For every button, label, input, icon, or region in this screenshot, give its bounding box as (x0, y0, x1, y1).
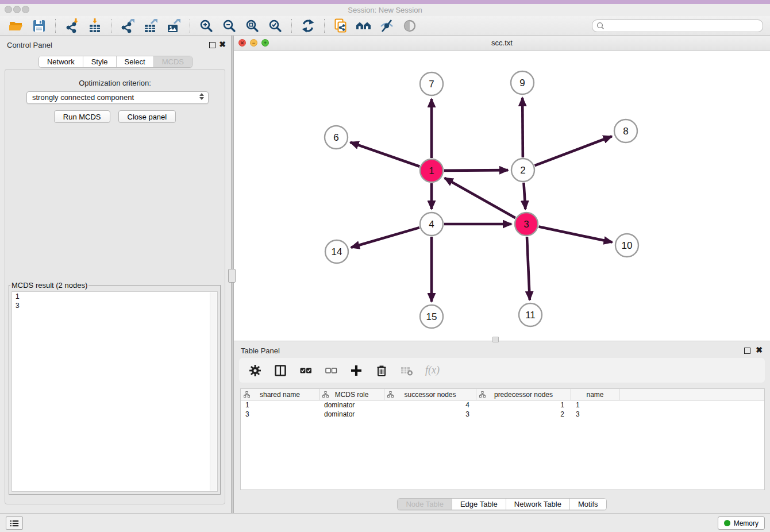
float-panel-icon[interactable] (209, 42, 215, 48)
zoom-selected-icon (268, 18, 283, 33)
node-15[interactable]: 15 (420, 305, 443, 328)
node-label: 2 (520, 165, 525, 176)
table-settings-button[interactable] (248, 364, 262, 377)
refresh-icon (301, 18, 315, 33)
edge-2-8[interactable] (535, 136, 612, 165)
application-window: Session: New Session (0, 0, 770, 532)
optimization-criterion-label: Optimization criterion: (5, 79, 225, 87)
node-1[interactable]: 1 (420, 159, 443, 182)
search-input[interactable] (592, 20, 763, 32)
zoom-out-button[interactable] (221, 18, 237, 34)
delete-column-button[interactable] (375, 364, 388, 377)
node-10[interactable]: 10 (615, 234, 638, 257)
node-label: 4 (429, 219, 434, 230)
node-14[interactable]: 14 (325, 240, 348, 263)
toolbar-separator (190, 19, 190, 33)
zoom-in-button[interactable] (198, 18, 214, 34)
memory-label: Memory (734, 519, 759, 527)
network-window-title: scc.txt (234, 36, 770, 50)
node-label: 9 (519, 78, 525, 88)
edge-3-10[interactable] (539, 227, 613, 242)
close-panel-icon[interactable]: ✖ (219, 40, 226, 48)
table-panel-title: Table Panel (241, 346, 280, 355)
tab-select[interactable]: Select (116, 56, 153, 67)
network-overview-button[interactable] (356, 18, 372, 34)
tab-edge-table[interactable]: Edge Table (452, 499, 506, 510)
column-header-shared-name[interactable]: shared name (241, 389, 319, 400)
edge-2-3[interactable] (523, 183, 525, 209)
node-4[interactable]: 4 (420, 213, 443, 236)
apply-function-button[interactable]: f(x) (425, 364, 440, 377)
table-header-row: shared nameMCDS rolesuccessor nodesprede… (241, 389, 764, 400)
column-header-MCDS-role[interactable]: MCDS role (319, 389, 384, 400)
clone-network-button[interactable] (333, 18, 349, 34)
node-label: 6 (333, 132, 338, 143)
tab-network[interactable]: Network (39, 56, 83, 67)
mcds-result-list[interactable]: 13 (11, 291, 218, 492)
close-panel-button[interactable]: Close panel (118, 110, 176, 123)
select-arrows-icon (199, 93, 204, 100)
memory-status-icon (724, 520, 730, 526)
zoom-selected-button[interactable] (267, 18, 283, 34)
main-toolbar (0, 16, 770, 36)
node-8[interactable]: 8 (614, 119, 637, 142)
criterion-select[interactable]: strongly connected component (26, 91, 209, 104)
import-network-button[interactable] (64, 18, 80, 34)
table-cell: 2 (476, 410, 571, 418)
edge-1-6[interactable] (351, 142, 420, 167)
tab-style[interactable]: Style (83, 56, 116, 67)
show-hidden-button[interactable] (402, 18, 418, 34)
node-9[interactable]: 9 (511, 71, 534, 94)
task-history-button[interactable] (6, 516, 23, 530)
node-2[interactable]: 2 (511, 159, 534, 182)
zoom-fit-button[interactable] (244, 18, 260, 34)
run-mcds-button[interactable]: Run MCDS (54, 110, 110, 123)
edge-4-14[interactable] (351, 228, 419, 248)
table-panel: Table Panel ✖ (234, 341, 770, 513)
close-table-panel-icon[interactable]: ✖ (756, 346, 763, 354)
float-table-panel-icon[interactable] (744, 348, 750, 354)
column-header-name[interactable]: name (571, 389, 619, 400)
column-header-successor-nodes[interactable]: successor nodes (384, 389, 476, 400)
toolbar-separator (111, 19, 111, 33)
table-row[interactable]: 3dominator323 (241, 410, 764, 419)
table-row[interactable]: 1dominator411 (241, 400, 764, 410)
zoom-out-icon (222, 18, 237, 33)
add-column-button[interactable] (349, 364, 363, 377)
export-network-button[interactable] (120, 18, 136, 34)
tab-motifs[interactable]: Motifs (569, 499, 606, 510)
tab-network-table[interactable]: Network Table (506, 499, 569, 510)
export-table-button[interactable] (143, 18, 159, 34)
hierarchy-icon (387, 391, 394, 398)
network-window-titlebar[interactable]: ✕ − + scc.txt (234, 36, 770, 51)
node-6[interactable]: 6 (325, 126, 348, 149)
refresh-button[interactable] (300, 18, 316, 34)
tab-mcds[interactable]: MCDS (153, 56, 192, 67)
open-session-button[interactable] (8, 18, 24, 34)
hide-selected-button[interactable] (379, 18, 395, 34)
column-header-predecessor-nodes[interactable]: predecessor nodes (476, 389, 571, 400)
select-all-rows-button[interactable] (299, 364, 313, 377)
node-3[interactable]: 3 (515, 213, 538, 236)
node-11[interactable]: 11 (519, 303, 542, 326)
edge-1-2[interactable] (444, 170, 508, 171)
vertical-splitter-handle[interactable] (228, 269, 236, 283)
edge-3-1[interactable] (445, 178, 515, 218)
edge-2-9[interactable] (522, 98, 523, 157)
node-label: 3 (523, 219, 529, 230)
tab-node-table[interactable]: Node Table (398, 499, 452, 510)
edge-3-11[interactable] (527, 237, 530, 300)
node-7[interactable]: 7 (420, 72, 443, 95)
deselect-all-rows-button[interactable] (324, 364, 338, 377)
network-canvas[interactable]: 7968124314101511 (234, 51, 770, 341)
export-image-button[interactable] (165, 18, 182, 34)
show-columns-button[interactable] (274, 364, 287, 377)
result-scrollbar[interactable] (210, 292, 217, 491)
horizontal-splitter-handle[interactable] (492, 337, 499, 342)
memory-button[interactable]: Memory (718, 516, 765, 530)
import-table-button[interactable] (87, 18, 103, 34)
save-session-button[interactable] (31, 18, 47, 34)
houses-icon (356, 18, 372, 33)
window-title: Session: New Session (0, 4, 770, 16)
delete-table-button[interactable] (400, 364, 414, 377)
